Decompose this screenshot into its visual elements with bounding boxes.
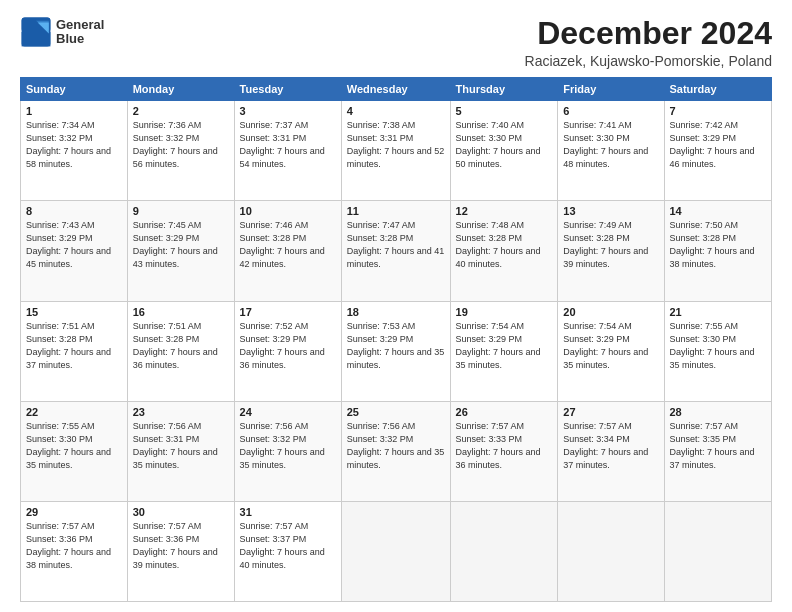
calendar-cell: 13 Sunrise: 7:49 AMSunset: 3:28 PMDaylig… — [558, 201, 664, 301]
title-block: December 2024 Raciazek, Kujawsko-Pomorsk… — [525, 16, 772, 69]
day-info: Sunrise: 7:47 AMSunset: 3:28 PMDaylight:… — [347, 220, 445, 269]
col-sunday: Sunday — [21, 78, 128, 101]
day-number: 5 — [456, 105, 553, 117]
logo-text: General Blue — [56, 18, 104, 47]
calendar-cell — [341, 501, 450, 601]
calendar-cell: 21 Sunrise: 7:55 AMSunset: 3:30 PMDaylig… — [664, 301, 772, 401]
day-info: Sunrise: 7:57 AMSunset: 3:33 PMDaylight:… — [456, 421, 541, 470]
day-info: Sunrise: 7:38 AMSunset: 3:31 PMDaylight:… — [347, 120, 445, 169]
calendar-cell — [558, 501, 664, 601]
calendar-cell: 9 Sunrise: 7:45 AMSunset: 3:29 PMDayligh… — [127, 201, 234, 301]
calendar-cell: 2 Sunrise: 7:36 AMSunset: 3:32 PMDayligh… — [127, 101, 234, 201]
subtitle: Raciazek, Kujawsko-Pomorskie, Poland — [525, 53, 772, 69]
day-number: 2 — [133, 105, 229, 117]
calendar-cell: 31 Sunrise: 7:57 AMSunset: 3:37 PMDaylig… — [234, 501, 341, 601]
week-row-5: 29 Sunrise: 7:57 AMSunset: 3:36 PMDaylig… — [21, 501, 772, 601]
day-info: Sunrise: 7:41 AMSunset: 3:30 PMDaylight:… — [563, 120, 648, 169]
week-row-4: 22 Sunrise: 7:55 AMSunset: 3:30 PMDaylig… — [21, 401, 772, 501]
day-info: Sunrise: 7:57 AMSunset: 3:35 PMDaylight:… — [670, 421, 755, 470]
calendar-cell: 11 Sunrise: 7:47 AMSunset: 3:28 PMDaylig… — [341, 201, 450, 301]
page: General Blue December 2024 Raciazek, Kuj… — [0, 0, 792, 612]
day-info: Sunrise: 7:48 AMSunset: 3:28 PMDaylight:… — [456, 220, 541, 269]
day-number: 29 — [26, 506, 122, 518]
day-info: Sunrise: 7:40 AMSunset: 3:30 PMDaylight:… — [456, 120, 541, 169]
day-info: Sunrise: 7:37 AMSunset: 3:31 PMDaylight:… — [240, 120, 325, 169]
week-row-2: 8 Sunrise: 7:43 AMSunset: 3:29 PMDayligh… — [21, 201, 772, 301]
svg-rect-2 — [22, 32, 51, 46]
day-info: Sunrise: 7:57 AMSunset: 3:36 PMDaylight:… — [26, 521, 111, 570]
calendar-cell: 27 Sunrise: 7:57 AMSunset: 3:34 PMDaylig… — [558, 401, 664, 501]
day-info: Sunrise: 7:56 AMSunset: 3:31 PMDaylight:… — [133, 421, 218, 470]
day-number: 31 — [240, 506, 336, 518]
day-number: 21 — [670, 306, 767, 318]
day-info: Sunrise: 7:51 AMSunset: 3:28 PMDaylight:… — [26, 321, 111, 370]
day-number: 9 — [133, 205, 229, 217]
col-wednesday: Wednesday — [341, 78, 450, 101]
day-info: Sunrise: 7:54 AMSunset: 3:29 PMDaylight:… — [456, 321, 541, 370]
day-info: Sunrise: 7:57 AMSunset: 3:34 PMDaylight:… — [563, 421, 648, 470]
day-info: Sunrise: 7:50 AMSunset: 3:28 PMDaylight:… — [670, 220, 755, 269]
day-info: Sunrise: 7:57 AMSunset: 3:36 PMDaylight:… — [133, 521, 218, 570]
calendar-cell — [664, 501, 772, 601]
day-number: 20 — [563, 306, 658, 318]
calendar-cell: 10 Sunrise: 7:46 AMSunset: 3:28 PMDaylig… — [234, 201, 341, 301]
week-row-1: 1 Sunrise: 7:34 AMSunset: 3:32 PMDayligh… — [21, 101, 772, 201]
col-saturday: Saturday — [664, 78, 772, 101]
calendar-cell: 16 Sunrise: 7:51 AMSunset: 3:28 PMDaylig… — [127, 301, 234, 401]
day-number: 7 — [670, 105, 767, 117]
day-info: Sunrise: 7:53 AMSunset: 3:29 PMDaylight:… — [347, 321, 445, 370]
calendar-cell: 6 Sunrise: 7:41 AMSunset: 3:30 PMDayligh… — [558, 101, 664, 201]
calendar: Sunday Monday Tuesday Wednesday Thursday… — [20, 77, 772, 602]
calendar-cell: 20 Sunrise: 7:54 AMSunset: 3:29 PMDaylig… — [558, 301, 664, 401]
calendar-cell: 15 Sunrise: 7:51 AMSunset: 3:28 PMDaylig… — [21, 301, 128, 401]
day-info: Sunrise: 7:51 AMSunset: 3:28 PMDaylight:… — [133, 321, 218, 370]
day-info: Sunrise: 7:43 AMSunset: 3:29 PMDaylight:… — [26, 220, 111, 269]
calendar-cell: 1 Sunrise: 7:34 AMSunset: 3:32 PMDayligh… — [21, 101, 128, 201]
header: General Blue December 2024 Raciazek, Kuj… — [20, 16, 772, 69]
logo-line2: Blue — [56, 32, 104, 46]
logo-icon — [20, 16, 52, 48]
day-number: 3 — [240, 105, 336, 117]
day-number: 14 — [670, 205, 767, 217]
calendar-cell: 19 Sunrise: 7:54 AMSunset: 3:29 PMDaylig… — [450, 301, 558, 401]
day-number: 25 — [347, 406, 445, 418]
day-number: 24 — [240, 406, 336, 418]
day-number: 18 — [347, 306, 445, 318]
col-tuesday: Tuesday — [234, 78, 341, 101]
calendar-cell: 17 Sunrise: 7:52 AMSunset: 3:29 PMDaylig… — [234, 301, 341, 401]
day-number: 4 — [347, 105, 445, 117]
calendar-cell: 24 Sunrise: 7:56 AMSunset: 3:32 PMDaylig… — [234, 401, 341, 501]
col-thursday: Thursday — [450, 78, 558, 101]
main-title: December 2024 — [525, 16, 772, 51]
day-info: Sunrise: 7:54 AMSunset: 3:29 PMDaylight:… — [563, 321, 648, 370]
day-info: Sunrise: 7:56 AMSunset: 3:32 PMDaylight:… — [240, 421, 325, 470]
calendar-cell: 23 Sunrise: 7:56 AMSunset: 3:31 PMDaylig… — [127, 401, 234, 501]
calendar-cell: 3 Sunrise: 7:37 AMSunset: 3:31 PMDayligh… — [234, 101, 341, 201]
calendar-cell: 5 Sunrise: 7:40 AMSunset: 3:30 PMDayligh… — [450, 101, 558, 201]
calendar-cell: 25 Sunrise: 7:56 AMSunset: 3:32 PMDaylig… — [341, 401, 450, 501]
day-number: 6 — [563, 105, 658, 117]
day-number: 16 — [133, 306, 229, 318]
calendar-cell: 29 Sunrise: 7:57 AMSunset: 3:36 PMDaylig… — [21, 501, 128, 601]
day-number: 17 — [240, 306, 336, 318]
calendar-cell — [450, 501, 558, 601]
calendar-cell: 30 Sunrise: 7:57 AMSunset: 3:36 PMDaylig… — [127, 501, 234, 601]
calendar-cell: 28 Sunrise: 7:57 AMSunset: 3:35 PMDaylig… — [664, 401, 772, 501]
day-info: Sunrise: 7:52 AMSunset: 3:29 PMDaylight:… — [240, 321, 325, 370]
calendar-cell: 8 Sunrise: 7:43 AMSunset: 3:29 PMDayligh… — [21, 201, 128, 301]
day-number: 26 — [456, 406, 553, 418]
calendar-cell: 26 Sunrise: 7:57 AMSunset: 3:33 PMDaylig… — [450, 401, 558, 501]
day-number: 19 — [456, 306, 553, 318]
calendar-cell: 18 Sunrise: 7:53 AMSunset: 3:29 PMDaylig… — [341, 301, 450, 401]
col-friday: Friday — [558, 78, 664, 101]
day-number: 28 — [670, 406, 767, 418]
week-row-3: 15 Sunrise: 7:51 AMSunset: 3:28 PMDaylig… — [21, 301, 772, 401]
day-number: 13 — [563, 205, 658, 217]
day-info: Sunrise: 7:57 AMSunset: 3:37 PMDaylight:… — [240, 521, 325, 570]
day-info: Sunrise: 7:36 AMSunset: 3:32 PMDaylight:… — [133, 120, 218, 169]
day-number: 15 — [26, 306, 122, 318]
day-number: 30 — [133, 506, 229, 518]
col-monday: Monday — [127, 78, 234, 101]
day-info: Sunrise: 7:49 AMSunset: 3:28 PMDaylight:… — [563, 220, 648, 269]
day-number: 1 — [26, 105, 122, 117]
